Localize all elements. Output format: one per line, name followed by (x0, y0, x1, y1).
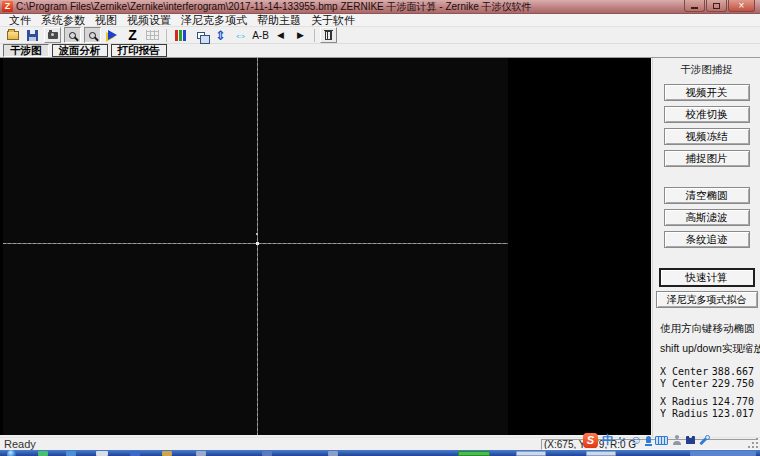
taskbar-app-hint[interactable] (96, 451, 108, 456)
tab-interferogram[interactable]: 干涉图 (3, 44, 49, 57)
minimize-icon (691, 7, 698, 9)
sogou-logo-icon[interactable]: S (583, 433, 598, 448)
readout-value: 388.667 (712, 366, 754, 378)
taskbar-app-hint[interactable] (328, 451, 338, 456)
ab-label: A-B (252, 30, 269, 41)
zernike-z-button[interactable]: Z (124, 27, 141, 43)
calibration-toggle-button[interactable]: 校准切换 (664, 106, 750, 123)
microphone-icon[interactable] (646, 436, 651, 443)
camera-capture-button[interactable] (44, 27, 61, 43)
fringe-trace-button[interactable]: 条纹追迹 (664, 231, 750, 248)
resize-grip[interactable] (749, 439, 759, 449)
cascade-windows-button[interactable] (192, 27, 209, 43)
close-button[interactable]: × (728, 0, 755, 12)
skin-shirt-icon[interactable] (686, 436, 695, 444)
start-orb[interactable] (7, 450, 16, 456)
open-file-button[interactable] (4, 27, 21, 43)
video-freeze-button[interactable]: 视频冻结 (664, 128, 750, 145)
trash-icon (325, 31, 332, 40)
settings-wrench-icon[interactable] (699, 435, 710, 446)
taskbar-tray-area[interactable] (690, 451, 756, 456)
quick-compute-button[interactable]: 快速计算 (660, 269, 754, 286)
readout-y-radius: Y Radius 123.017 (660, 408, 754, 420)
ab-compare-button[interactable]: A-B (252, 27, 269, 43)
zoom-in-button[interactable] (64, 27, 81, 43)
maximize-icon (713, 3, 720, 9)
grid-icon (146, 30, 159, 40)
rgb-bars-button[interactable] (172, 27, 189, 43)
menu-item-video-settings[interactable]: 视频设置 (122, 14, 176, 26)
interferogram-view[interactable] (0, 58, 651, 435)
taskbar-window-button[interactable] (516, 451, 546, 456)
next-button[interactable]: ▶ (292, 27, 309, 43)
readout-y-center: Y Center 229.750 (660, 378, 754, 390)
punctuation-dots-icon[interactable] (618, 436, 626, 444)
grid-toggle-button[interactable] (144, 27, 161, 43)
tab-bar: 干涉图 波面分析 打印报告 (0, 44, 760, 57)
keyboard-icon[interactable] (655, 436, 668, 445)
taskbar-app-hint[interactable] (38, 451, 48, 456)
interferogram-image (3, 58, 508, 435)
left-right-arrows-icon: ⇔ (234, 29, 248, 42)
taskbar-app-hint[interactable] (196, 451, 206, 456)
video-toggle-button[interactable]: 视频开关 (664, 84, 750, 101)
menu-item-about[interactable]: 关于软件 (306, 14, 360, 26)
next-arrow-icon: ▶ (297, 30, 304, 40)
readout-x-center: X Center 388.667 (660, 366, 754, 378)
delete-button[interactable] (320, 27, 337, 43)
menu-item-help-topics[interactable]: 帮助主题 (252, 14, 306, 26)
profile-person-icon[interactable] (672, 435, 682, 445)
app-logo-icon: Z (2, 1, 13, 12)
readout-spacer (660, 389, 760, 396)
menu-item-system-params[interactable]: 系统参数 (36, 14, 90, 26)
menu-item-view[interactable]: 视图 (90, 14, 122, 26)
menu-item-file[interactable]: 文件 (4, 14, 36, 26)
horizontal-arrows-button[interactable]: ⇔ (232, 27, 249, 43)
readout-value: 229.750 (712, 378, 754, 390)
taskbar-app-hint[interactable] (262, 451, 272, 456)
taskbar (0, 450, 760, 456)
emoji-smiley-icon[interactable]: ☺ (630, 434, 642, 447)
tab-wavefront-analysis[interactable]: 波面分析 (52, 44, 108, 57)
bright-spot (256, 233, 258, 235)
window-title: C:\Program Files\Zernike\Zernike\interfe… (16, 0, 532, 14)
save-button[interactable] (24, 27, 41, 43)
maximize-button[interactable] (706, 0, 727, 12)
readout-label: Y Radius (660, 408, 712, 420)
title-bar[interactable]: Z C:\Program Files\Zernike\Zernike\inter… (0, 0, 760, 14)
gaussian-filter-button[interactable]: 高斯滤波 (664, 209, 750, 226)
ellipse-readouts: X Center 388.667 Y Center 229.750 X Radi… (660, 366, 760, 419)
panel-spacer (653, 172, 760, 187)
minimize-button[interactable] (684, 0, 705, 12)
zernike-fit-button[interactable]: 泽尼克多项式拟合 (656, 291, 758, 308)
taskbar-app-hint[interactable] (130, 451, 140, 456)
readout-label: X Center (660, 366, 712, 378)
crosshair-vertical-line (257, 58, 258, 435)
up-down-arrows-icon: ⇕ (215, 29, 226, 42)
zoom-out-button[interactable] (84, 27, 101, 43)
readout-value: 124.770 (712, 396, 754, 408)
chinese-mode-icon[interactable]: 中 (602, 434, 614, 447)
taskbar-app-hint[interactable] (66, 451, 76, 456)
camera-icon (48, 32, 58, 39)
taskbar-active-app-button[interactable] (458, 451, 490, 456)
status-text: Ready (4, 439, 36, 450)
app-window: Z C:\Program Files\Zernike\Zernike\inter… (0, 0, 760, 437)
cascade-windows-icon (197, 32, 205, 39)
window-controls: × (683, 0, 755, 12)
taskbar-window-button[interactable] (586, 451, 616, 456)
taskbar-app-hint[interactable] (162, 451, 172, 456)
hint-move-ellipse: 使用方向键移动椭圆 (660, 322, 760, 336)
capture-image-button[interactable]: 捕捉图片 (664, 150, 750, 167)
magnifier-zoom-in-icon (69, 32, 76, 39)
vertical-arrows-button[interactable]: ⇕ (212, 27, 229, 43)
pointer-tool-button[interactable] (104, 27, 121, 43)
pointer-triangle-icon (108, 30, 117, 40)
previous-button[interactable]: ◀ (272, 27, 289, 43)
menu-item-zernike-polynomial[interactable]: 泽尼克多项式 (176, 14, 252, 26)
tab-print-report[interactable]: 打印报告 (111, 44, 167, 57)
menu-bar: 文件 系统参数 视图 视频设置 泽尼克多项式 帮助主题 关于软件 (0, 14, 760, 27)
clear-ellipse-button[interactable]: 清空椭圆 (664, 187, 750, 204)
readout-label: Y Center (660, 378, 712, 390)
folder-open-icon (7, 31, 19, 40)
